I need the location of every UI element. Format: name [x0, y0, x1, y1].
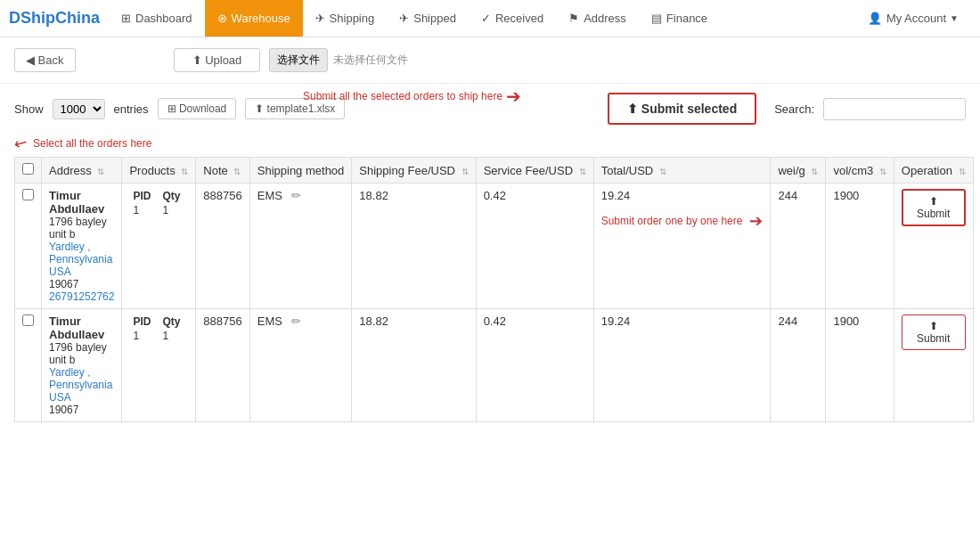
row2-note: 888756	[203, 314, 241, 328]
row1-edit-icon[interactable]: ✏	[291, 189, 301, 202]
search-label: Search:	[774, 102, 814, 116]
col-products: Products ⇅	[122, 158, 196, 184]
row2-service-fee: 0.42	[484, 314, 506, 328]
select-all-hint-text: Select all the orders here	[33, 137, 151, 150]
row2-weight: 244	[778, 314, 797, 328]
toolbar: ◀ Back ⬆ Upload 选择文件 未选择任何文件	[0, 37, 980, 84]
row1-products-cell: PID Qty 1 1	[122, 184, 196, 309]
sort-address-icon: ⇅	[97, 167, 104, 176]
sort-weight-icon: ⇅	[811, 167, 818, 176]
pid-header: PID	[129, 314, 159, 329]
entries-select[interactable]: 1000 25 50 100	[53, 99, 105, 119]
received-icon: ✓	[481, 12, 491, 25]
col-total: Total/USD ⇅	[593, 158, 771, 184]
account-menu[interactable]: 👤 My Account ▼	[855, 12, 971, 25]
row2-submit-button[interactable]: ⬆ Submit	[902, 314, 966, 350]
col-shipping-fee: Shipping Fee/USD ⇅	[352, 158, 476, 184]
col-note: Note ⇅	[196, 158, 249, 184]
row2-checkbox[interactable]	[22, 314, 34, 326]
select-all-hint-row: ↙ Select all the orders here	[0, 134, 980, 157]
table-wrap: Address ⇅ Products ⇅ Note ⇅ Shipping met…	[0, 157, 980, 422]
row2-qty: 1	[159, 329, 188, 343]
address-icon: ⚑	[568, 12, 579, 25]
row2-pid: 1	[129, 329, 159, 343]
row1-line1: 1796 bayley unit b	[49, 216, 114, 241]
finance-icon: ▤	[651, 12, 662, 25]
row1-note-cell: 888756	[196, 184, 249, 309]
row2-city[interactable]: Yardley , Pennsylvania	[49, 366, 114, 391]
row2-volume: 1900	[833, 314, 859, 328]
controls-row: Show 1000 25 50 100 entries ⊞ Download ⬆…	[0, 84, 980, 134]
orders-table: Address ⇅ Products ⇅ Note ⇅ Shipping met…	[14, 157, 974, 422]
select-all-checkbox[interactable]	[22, 163, 34, 175]
row1-weight: 244	[778, 189, 797, 202]
choose-file-button[interactable]: 选择文件	[269, 48, 328, 72]
row1-weight-cell: 244	[771, 184, 826, 309]
row1-volume-cell: 1900	[826, 184, 894, 309]
show-label: Show	[14, 102, 44, 116]
row1-total-cell: 19.24 Submit order one by one here ➔	[593, 184, 771, 309]
arrow-down-icon: ↙	[11, 132, 32, 156]
row1-phone[interactable]: 26791252762	[49, 290, 114, 303]
row2-zip: 19067	[49, 404, 114, 416]
search-input[interactable]	[823, 98, 966, 120]
nav-finance[interactable]: ▤ Finance	[639, 0, 720, 37]
nav-shipping[interactable]: ✈ Shipping	[303, 0, 388, 37]
submit-hint-text: Submit all the selected orders to ship h…	[303, 90, 502, 102]
row1-note: 888756	[203, 189, 241, 202]
row1-city[interactable]: Yardley , Pennsylvania	[49, 241, 114, 265]
submit-one-hint-text: Submit order one by one here	[601, 215, 743, 227]
row2-check-cell	[15, 309, 42, 422]
row2-shipping-method-cell: EMS ✏	[249, 309, 352, 422]
row1-country[interactable]: USA	[49, 265, 114, 278]
row1-checkbox[interactable]	[22, 189, 34, 200]
file-chooser: 选择文件 未选择任何文件	[269, 48, 408, 72]
row1-service-fee-cell: 0.42	[476, 184, 593, 309]
row2-shipping-fee: 18.82	[359, 314, 388, 328]
row1-service-fee: 0.42	[484, 189, 506, 202]
row2-operation-cell: ⬆ Submit	[894, 309, 973, 422]
col-service-fee: Service Fee/USD ⇅	[476, 158, 593, 184]
table-row: Timur Abdullaev 1796 bayley unit b Yardl…	[15, 309, 974, 422]
nav-address[interactable]: ⚑ Address	[556, 0, 639, 37]
nav-warehouse[interactable]: ⊛ Warehouse	[205, 0, 303, 37]
nav-received[interactable]: ✓ Received	[469, 0, 556, 37]
submit-one-arrow-icon: ➔	[749, 211, 763, 231]
row1-address-cell: Timur Abdullaev 1796 bayley unit b Yardl…	[42, 184, 122, 309]
nav-items: ⊞ Dashboard ⊛ Warehouse ✈ Shipping ✈ Shi…	[109, 0, 720, 37]
brand: DShipChina	[9, 9, 100, 28]
row1-shipping-method: EMS	[257, 189, 282, 202]
col-weight: wei/g ⇅	[771, 158, 826, 184]
submit-hint-container: Submit all the selected orders to ship h…	[303, 86, 521, 107]
row1-total: 19.24	[601, 189, 631, 202]
submit-selected-button[interactable]: ⬆ Submit selected	[608, 93, 756, 125]
sort-products-icon: ⇅	[181, 167, 188, 176]
row1-volume: 1900	[833, 189, 859, 202]
sort-shipping-fee-icon: ⇅	[461, 167, 469, 176]
back-button[interactable]: ◀ Back	[14, 48, 76, 72]
shipping-icon: ✈	[315, 12, 325, 25]
account-chevron-icon: ▼	[950, 13, 959, 23]
submit-one-hint-container: Submit order one by one here ➔	[601, 211, 764, 231]
row1-shipping-fee-cell: 18.82	[352, 184, 476, 309]
row1-submit-button[interactable]: ⬆ Submit	[902, 189, 966, 226]
download-button[interactable]: ⊞ Download	[158, 98, 237, 119]
col-operation: Operation ⇅	[894, 158, 973, 184]
sort-total-icon: ⇅	[659, 167, 666, 176]
qty-header: Qty	[159, 314, 188, 329]
row2-total: 19.24	[601, 314, 631, 328]
col-address: Address ⇅	[42, 158, 122, 184]
row2-service-fee-cell: 0.42	[476, 309, 593, 422]
row1-name: Timur Abdullaev	[49, 189, 114, 216]
row2-edit-icon[interactable]: ✏	[291, 314, 301, 328]
qty-header: Qty	[159, 189, 188, 203]
row2-volume-cell: 1900	[826, 309, 894, 422]
col-shipping-method: Shipping method	[249, 158, 352, 184]
nav-dashboard[interactable]: ⊞ Dashboard	[109, 0, 205, 37]
upload-button[interactable]: ⬆ Upload	[174, 48, 261, 72]
row2-country[interactable]: USA	[49, 391, 114, 404]
sort-note-icon: ⇅	[233, 167, 241, 176]
warehouse-icon: ⊛	[217, 12, 227, 25]
row1-check-cell	[15, 184, 42, 309]
nav-shipped[interactable]: ✈ Shipped	[387, 0, 469, 37]
